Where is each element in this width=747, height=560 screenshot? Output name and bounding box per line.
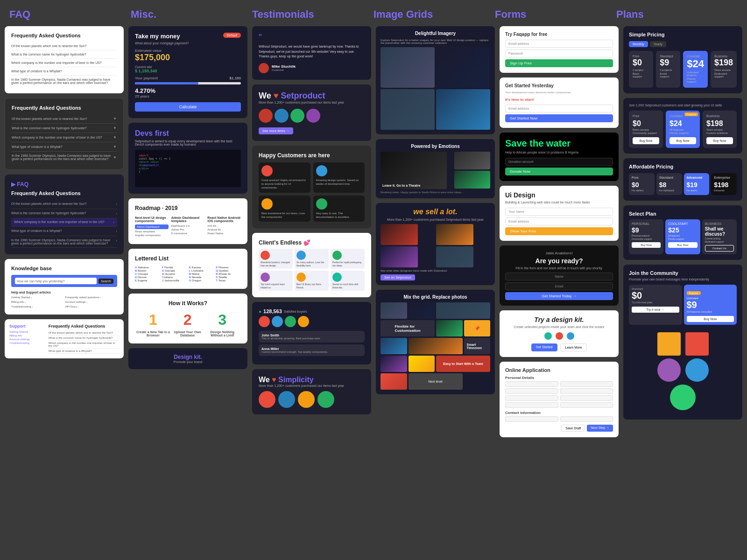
faq-blue-q3[interactable]: Which company is the number one importer…	[11, 218, 117, 227]
flexible-cell: Flexible forCustomization	[381, 320, 435, 336]
search-input[interactable]: How we can help you yesterday?	[15, 278, 97, 284]
simplicity-avatar	[298, 391, 315, 408]
support-link[interactable]: Troubleshooting	[9, 342, 45, 344]
donation-field[interactable]: Donation amount	[505, 158, 613, 166]
chevron-icon: ▼	[113, 117, 117, 121]
learn-more-button[interactable]: Learn More	[560, 343, 587, 351]
name-field[interactable]: Name	[505, 273, 613, 280]
faq-blue-q2[interactable]: What is the common name for hydrogen hyd…	[11, 209, 117, 218]
social-icon-teal[interactable]	[544, 332, 552, 340]
support-card: Support Getting Started Billing info Acc…	[5, 319, 124, 358]
popular-badge: Popular	[687, 291, 701, 295]
dob-field[interactable]	[505, 395, 558, 401]
start-button[interactable]: Get Started Now	[505, 114, 613, 122]
faq-dark-q2[interactable]: What is the common name for hydrogen hyd…	[12, 124, 117, 133]
get-started-button[interactable]: Get Started	[531, 343, 557, 351]
support-label: Support	[9, 324, 45, 329]
faq-blue-q4[interactable]: What type of creature is a Whytail? ›	[11, 227, 117, 236]
faq-blue-q5[interactable]: In the 1980 Summer Olympics, Nadia Coman…	[11, 236, 117, 248]
money-pill: Default	[223, 33, 241, 38]
money-card: Take my money What about your mortgage p…	[128, 26, 247, 118]
faq-q4[interactable]: What type of creature is a Whytail?	[11, 67, 117, 76]
letter-item: P Phoenix	[216, 266, 241, 269]
afford-feature: For individuals	[659, 189, 679, 192]
email-contact-field[interactable]	[560, 416, 613, 422]
email-field[interactable]: Email address	[505, 105, 613, 112]
buy-now-button[interactable]: Buy Now	[668, 242, 697, 248]
email-field[interactable]: Email address	[505, 40, 613, 48]
phone-field[interactable]	[505, 416, 558, 422]
faq-dark-q5[interactable]: In the 1980 Summer Olympics, Nadia Coman…	[12, 152, 117, 163]
support-link[interactable]: Account settings	[9, 338, 45, 341]
clients-title: Client's Endless 💕	[259, 239, 365, 246]
select-personal: PERSONAL $9 Personal projects Community …	[629, 219, 663, 254]
social-icon-coral[interactable]	[556, 332, 563, 340]
comm-feature: All features included	[687, 310, 734, 313]
get-started-title: Get Started Yesterday	[505, 83, 613, 88]
search-button[interactable]: Search	[99, 279, 113, 284]
testimonials-column: " Without Setproduct, we would have gone…	[252, 26, 371, 414]
letter-item: J Jacksonville	[162, 279, 187, 282]
next-button[interactable]: Next Step →	[587, 425, 613, 432]
buy-now-button[interactable]: Buy Now	[706, 137, 733, 144]
submit-button[interactable]: Get Started Today →	[505, 292, 613, 300]
faq-dark-q3[interactable]: Which company is the number one importer…	[12, 133, 117, 142]
happy-customers-card: Happy Customers are here Great product! …	[252, 146, 371, 229]
password-field[interactable]: Password	[505, 49, 613, 57]
city-field[interactable]	[560, 388, 613, 394]
support-link[interactable]: Getting Started	[9, 330, 45, 333]
marital-field[interactable]	[505, 402, 558, 408]
faq-q2[interactable]: What is the common name for hydrogen hyd…	[11, 50, 117, 59]
email-field[interactable]: Email address	[505, 217, 613, 225]
gender-field[interactable]	[560, 395, 613, 401]
misc-column: Take my money What about your mortgage p…	[128, 26, 247, 369]
address-field[interactable]	[505, 388, 558, 394]
show-tour-button[interactable]: Show Tour Free	[505, 227, 613, 235]
social-icon-blue[interactable]	[567, 332, 574, 340]
buy-now-button[interactable]: Buy Now	[687, 316, 734, 322]
email-field[interactable]: Email	[505, 282, 613, 290]
author-avatar	[259, 63, 269, 73]
support-q: What type of creature is a Whytail?	[49, 349, 119, 354]
faq-blue-q1[interactable]: Of the known planets which one is neares…	[11, 200, 117, 209]
employment-field[interactable]	[560, 402, 613, 408]
donate-button[interactable]: Donate Now	[505, 168, 613, 175]
plans-column: Simple Pricing Monthly Yearly Free $0 1 …	[623, 26, 742, 420]
faq-card2-title: Frequently Asked Questions	[12, 105, 117, 111]
are-ready-card: Jakki Anakibers! Are you ready? Fill in …	[500, 245, 619, 306]
support-link[interactable]: Billing info	[9, 334, 45, 337]
save-button[interactable]: Save Draft	[561, 425, 585, 432]
emotions-main-img: Leave it. Go to a Theatre	[381, 152, 447, 189]
contact-button[interactable]: Contact Us	[705, 245, 734, 252]
sell-img	[436, 224, 473, 245]
name-field[interactable]: Your name	[505, 208, 613, 216]
buy-now-button[interactable]: Buy Now	[632, 242, 661, 248]
letter-item: M Maine	[189, 273, 214, 275]
faq-q3[interactable]: Which company is the number one importer…	[11, 59, 117, 67]
shape-green	[670, 385, 696, 410]
afford-enterprise-price: $198	[714, 181, 734, 189]
yearly-tab[interactable]: Yearly	[650, 41, 666, 47]
last-name-field[interactable]	[560, 381, 613, 387]
emotions-main: Leave it. Go to a Theatre	[381, 152, 453, 189]
setproduct-button[interactable]: See on Setproduct	[381, 274, 415, 280]
client-item: Saved so much time with these kits.	[331, 271, 365, 291]
try-now-button[interactable]: Try it now →	[632, 307, 679, 313]
faq-q5[interactable]: In the 1980 Summer Olympics, Nadia Coman…	[11, 76, 117, 87]
signup-button[interactable]: Sign Up Free	[505, 59, 613, 67]
roadmap-item: E-commerce	[171, 232, 205, 235]
ui-design-card: Ui Design Building & Launching web sites…	[500, 186, 619, 241]
buy-now-button[interactable]: Buy Now	[633, 137, 659, 144]
calculate-button[interactable]: Calculate	[135, 102, 241, 112]
buy-now-button[interactable]: Buy Now	[669, 137, 696, 144]
faq-dark-q1[interactable]: Of the known planets which one is neares…	[12, 114, 117, 124]
faq-icon: ▶ FAQ	[11, 181, 117, 188]
monthly-tab[interactable]: Monthly	[629, 41, 648, 47]
see-more-button[interactable]: See more items →	[259, 127, 293, 134]
first-name-field[interactable]	[505, 381, 558, 387]
faq-dark-q4[interactable]: What type of creature is a Whytail? ▼	[12, 142, 117, 152]
roadmap-item: Angular components	[135, 234, 169, 237]
faq-q1[interactable]: Of the known planets which one is neares…	[11, 42, 117, 50]
quote-icon: "	[259, 33, 365, 42]
client-item: Wonderful product, changed how we design…	[259, 249, 293, 269]
